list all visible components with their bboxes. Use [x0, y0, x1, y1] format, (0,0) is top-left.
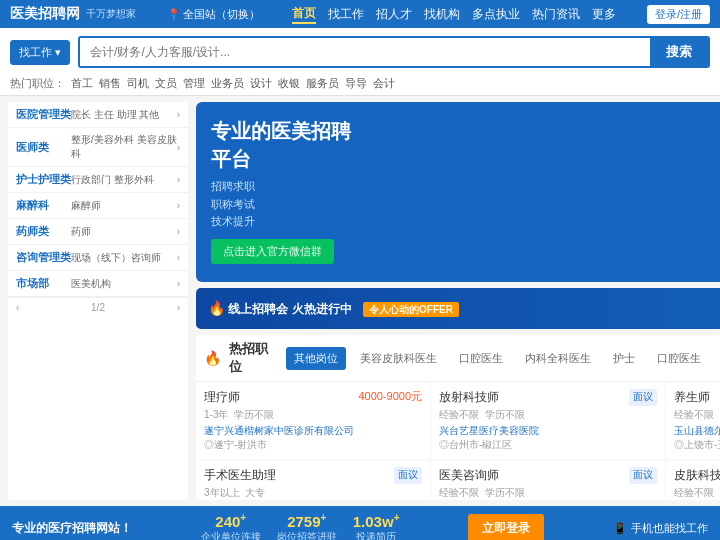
nav-multi[interactable]: 多点执业	[472, 6, 520, 23]
wechat-join-button[interactable]: 点击进入官方微信群	[211, 239, 334, 264]
hot-tag-5[interactable]: 管理	[183, 76, 205, 91]
job-item[interactable]: 养生师 3000-8000元 经验不限 学历不限 玉山县德尔美莱客疗养容有限公司…	[666, 382, 720, 460]
chevron-right-icon: ›	[177, 252, 180, 263]
chevron-right-icon: ›	[177, 226, 180, 237]
stat-label: 投递简历	[353, 530, 400, 540]
job-tab-nurse[interactable]: 护士	[605, 347, 643, 370]
nav-recruit[interactable]: 招人才	[376, 6, 412, 23]
job-name: 医美咨询师 面议	[439, 467, 657, 484]
job-tab-skin[interactable]: 美容皮肤科医生	[352, 347, 445, 370]
nav-home[interactable]: 首页	[292, 5, 316, 24]
job-item[interactable]: 手术医生助理 面议 3年以上 大专 ◎金华-浦江	[196, 460, 431, 500]
bottom-cta-button[interactable]: 立即登录	[468, 514, 544, 541]
chevron-right-icon: ›	[177, 174, 180, 185]
login-register-button[interactable]: 登录/注册	[647, 5, 710, 24]
hot-jobs-section: 🔥 热招职位 其他岗位 美容皮肤科医生 口腔医生 内科全科医生 护士 口腔医生 …	[196, 335, 720, 500]
hot-tag-9[interactable]: 服务员	[306, 76, 339, 91]
stat-num: 240+	[201, 512, 261, 530]
hero-banner: 专业的医美招聘 平台 招聘求职 职称考试 技术提升 点击进入官方微信群 ⚕	[196, 102, 720, 282]
chevron-right-icon: ›	[177, 278, 180, 289]
sidebar-sub-label: 院长 主任 助理 其他	[71, 108, 177, 122]
bottom-stats: 240+ 企业单位连接 2759+ 岗位招答进驻 1.03w+ 投递简历	[201, 512, 400, 540]
sidebar-item-doctor[interactable]: 医师类 整形/美容外科 美容皮肤科 ›	[8, 128, 188, 167]
promo-banner: 🔥 线上招聘会 火热进行中 令人心动的OFFER 立即报名	[196, 288, 720, 329]
banner-description: 招聘求职 职称考试 技术提升	[211, 178, 720, 231]
hot-tag-6[interactable]: 业务员	[211, 76, 244, 91]
hot-jobs-header: 🔥 热招职位 其他岗位 美容皮肤科医生 口腔医生 内科全科医生 护士 口腔医生 …	[196, 335, 720, 382]
sidebar-cat-label: 医院管理类	[16, 107, 71, 122]
job-tab-dental[interactable]: 口腔医生	[451, 347, 511, 370]
chevron-right-icon: ›	[177, 109, 180, 120]
search-tab-job[interactable]: 找工作 ▾	[10, 40, 70, 65]
sidebar-cat-label: 咨询管理类	[16, 250, 71, 265]
search-input[interactable]	[80, 38, 650, 66]
job-exp: 经验不限 学历不限	[439, 408, 657, 422]
stat-num: 2759+	[277, 512, 337, 530]
sidebar-item-consult[interactable]: 咨询管理类 现场（线下）咨询师 ›	[8, 245, 188, 271]
hot-tag-2[interactable]: 销售	[99, 76, 121, 91]
hot-tag-10[interactable]: 导导	[345, 76, 367, 91]
stat-resumes: 1.03w+ 投递简历	[353, 512, 400, 540]
hot-tag-11[interactable]: 会计	[373, 76, 395, 91]
job-exp: 经验不限 学历不限	[439, 486, 657, 500]
hot-tag-4[interactable]: 文员	[155, 76, 177, 91]
job-tab-internal[interactable]: 内科全科医生	[517, 347, 599, 370]
sidebar-item-pharmacy[interactable]: 药师类 药师 ›	[8, 219, 188, 245]
stat-jobs: 2759+ 岗位招答进驻	[277, 512, 337, 540]
job-name: 放射科技师 面议	[439, 389, 657, 406]
job-item[interactable]: 医美咨询师 面议 经验不限 学历不限 ◎台州市	[431, 460, 666, 500]
promo-text: 线上招聘会 火热进行中	[228, 302, 351, 316]
sidebar-sub-label: 医美机构	[71, 277, 177, 291]
hot-tag-8[interactable]: 收银	[278, 76, 300, 91]
sidebar-item-anesthesia[interactable]: 麻醉科 麻醉师 ›	[8, 193, 188, 219]
hot-tag-7[interactable]: 设计	[250, 76, 272, 91]
job-exp: 1-3年 学历不限	[204, 408, 422, 422]
job-tab-clinic-nurse[interactable]: 门诊护士	[715, 347, 720, 370]
job-name: 养生师 3000-8000元	[674, 389, 720, 406]
bottom-bar: 专业的医疗招聘网站！ 240+ 企业单位连接 2759+ 岗位招答进驻 1.03…	[0, 506, 720, 540]
job-item[interactable]: 皮肤科技术（技术培养型岗位） 面议 经验不限 学历不限 ◎...	[666, 460, 720, 500]
promo-left: 🔥 线上招聘会 火热进行中 令人心动的OFFER	[208, 300, 459, 318]
sidebar-sub-label: 行政部门 整形外科	[71, 173, 177, 187]
job-company: 遂宁兴通楷树家中医诊所有限公司	[204, 424, 422, 438]
main-content: 医院管理类 院长 主任 助理 其他 › 医师类 整形/美容外科 美容皮肤科 › …	[0, 96, 720, 506]
hot-tag-1[interactable]: 首工	[71, 76, 93, 91]
sidebar-cat-label: 麻醉科	[16, 198, 71, 213]
next-page-icon[interactable]: ›	[177, 302, 180, 313]
job-exp: 经验不限 学历不限	[674, 486, 720, 500]
sidebar-item-management[interactable]: 医院管理类 院长 主任 助理 其他 ›	[8, 102, 188, 128]
banner-left: 专业的医美招聘 平台 招聘求职 职称考试 技术提升 点击进入官方微信群	[196, 102, 720, 282]
sidebar-cat-label: 药师类	[16, 224, 71, 239]
search-button[interactable]: 搜索	[650, 38, 708, 66]
sidebar-item-market[interactable]: 市场部 医美机构 ›	[8, 271, 188, 297]
job-name: 皮肤科技术（技术培养型岗位） 面议	[674, 467, 720, 484]
nav-find-org[interactable]: 找机构	[424, 6, 460, 23]
main-nav: 首页 找工作 招人才 找机构 多点执业 热门资讯 更多	[292, 5, 616, 24]
sidebar-item-nurse[interactable]: 护士护理类 行政部门 整形外科 ›	[8, 167, 188, 193]
nav-more[interactable]: 更多	[592, 6, 616, 23]
prev-page-icon[interactable]: ‹	[16, 302, 19, 313]
job-location: ◎遂宁-射洪市	[204, 438, 422, 452]
job-item[interactable]: 理疗师 4000-9000元 1-3年 学历不限 遂宁兴通楷树家中医诊所有限公司…	[196, 382, 431, 460]
job-tab-other[interactable]: 其他岗位	[286, 347, 346, 370]
fire-icon: 🔥	[208, 300, 225, 316]
sidebar-cat-label: 医师类	[16, 140, 71, 155]
job-company: 玉山县德尔美莱客疗养容有限公司	[674, 424, 720, 438]
hot-icon: 🔥	[204, 350, 221, 366]
job-name: 理疗师 4000-9000元	[204, 389, 422, 406]
location-selector[interactable]: 📍 全国站（切换）	[167, 7, 260, 22]
category-sidebar: 医院管理类 院长 主任 助理 其他 › 医师类 整形/美容外科 美容皮肤科 › …	[8, 102, 188, 500]
job-tab-dental2[interactable]: 口腔医生	[649, 347, 709, 370]
sidebar-sub-label: 药师	[71, 225, 177, 239]
stat-num: 1.03w+	[353, 512, 400, 530]
job-item[interactable]: 放射科技师 面议 经验不限 学历不限 兴台艺星医疗美容医院 ◎台州市-椒江区	[431, 382, 666, 460]
nav-news[interactable]: 热门资讯	[532, 6, 580, 23]
job-name: 手术医生助理 面议	[204, 467, 422, 484]
stat-label: 企业单位连接	[201, 530, 261, 540]
sidebar-cat-label: 护士护理类	[16, 172, 71, 187]
hot-tags-label: 热门职位：	[10, 76, 65, 91]
hot-tag-3[interactable]: 司机	[127, 76, 149, 91]
page-indicator: 1/2	[91, 302, 105, 313]
job-location: ◎上饶市-玉山县	[674, 438, 720, 452]
nav-find-job[interactable]: 找工作	[328, 6, 364, 23]
